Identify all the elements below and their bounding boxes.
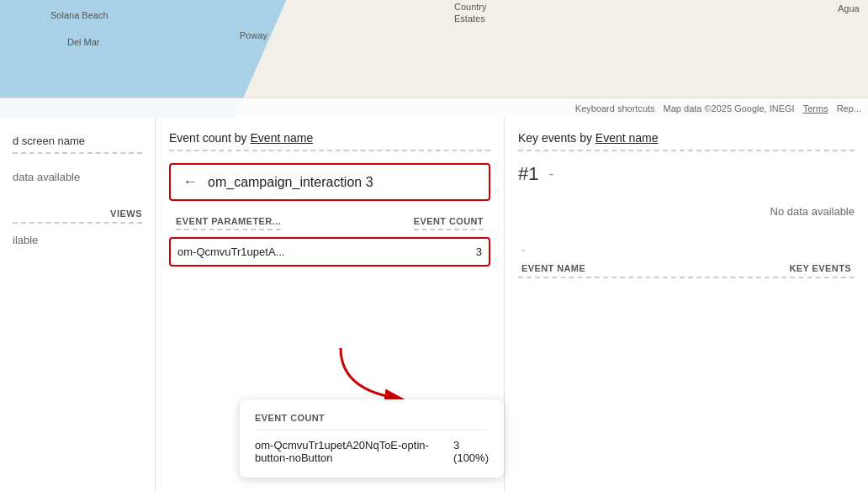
param-value-cell: om-QcmvuTr1upetA...	[177, 246, 284, 258]
key-event-rank-dash: -	[548, 166, 553, 183]
map-label-agua: Agua	[838, 3, 860, 13]
right-col-key-events-header: KEY EVENTS	[790, 263, 852, 273]
key-event-rank: #1	[518, 163, 538, 185]
col-event-count-header: EVENT COUNT	[414, 216, 484, 230]
map-label-poway: Poway	[240, 30, 267, 40]
content-area: d screen name data available VIEWS ilabl…	[0, 118, 868, 491]
left-panel-available: ilable	[13, 234, 142, 246]
event-tooltip: EVENT COUNT om-QcmvuTr1upetA20NqToE-opti…	[240, 399, 504, 478]
middle-panel-title: Event count by Event name	[169, 131, 490, 151]
key-event-name-link[interactable]: Event name	[595, 131, 659, 145]
map-data-label: Map data ©2025 Google, INEGI	[664, 103, 795, 114]
table-data-row[interactable]: om-QcmvuTr1upetA... 3	[169, 237, 490, 267]
map-label-solana: Solana Beach	[50, 10, 108, 20]
event-row: ← om_campaign_interaction 3	[169, 163, 490, 201]
terms-link[interactable]: Terms	[803, 103, 828, 114]
map-background: Solana Beach Del Mar Poway Country Estat…	[0, 0, 868, 118]
left-panel-views-label: VIEWS	[13, 209, 142, 224]
map-label-delmar: Del Mar	[67, 37, 100, 47]
tooltip-header: EVENT COUNT	[255, 413, 489, 430]
tooltip-row: om-QcmvuTr1upetA20NqToE-optin-button-noB…	[255, 439, 489, 464]
keyboard-shortcuts-link[interactable]: Keyboard shortcuts	[575, 103, 655, 114]
left-panel-no-data: data available	[13, 171, 142, 183]
map-attribution-bar: Keyboard shortcuts Map data ©2025 Google…	[0, 98, 868, 118]
back-arrow-icon[interactable]: ←	[183, 173, 198, 191]
tooltip-label: om-QcmvuTr1upetA20NqToE-optin-button-noB…	[255, 439, 453, 464]
right-panel-dash: -	[518, 243, 855, 256]
key-event-rank-row: #1 -	[518, 163, 855, 192]
right-panel-title: Key events by Event name	[518, 131, 855, 151]
report-link[interactable]: Rep...	[837, 103, 861, 114]
right-col-event-name-header: EVENT NAME	[521, 263, 585, 273]
col-event-param-header: EVENT PARAMETER...	[176, 216, 281, 230]
count-value-cell: 3	[476, 246, 482, 258]
middle-panel: Event count by Event name ← om_campaign_…	[156, 118, 505, 491]
tooltip-value: 3 (100%)	[453, 439, 489, 464]
left-panel-title: d screen name	[13, 135, 142, 154]
right-table-header: EVENT NAME KEY EVENTS	[518, 260, 855, 278]
map-label-estates: Estates	[454, 13, 485, 24]
event-name-link[interactable]: Event name	[251, 131, 314, 145]
left-panel: d screen name data available VIEWS ilabl…	[0, 118, 156, 491]
table-header: EVENT PARAMETER... EVENT COUNT	[169, 213, 490, 234]
map-label-country: Country	[454, 2, 487, 12]
right-panel: Key events by Event name #1 - No data av…	[505, 118, 868, 491]
event-name-display: om_campaign_interaction 3	[208, 175, 373, 190]
no-data-text: No data available	[518, 205, 855, 218]
